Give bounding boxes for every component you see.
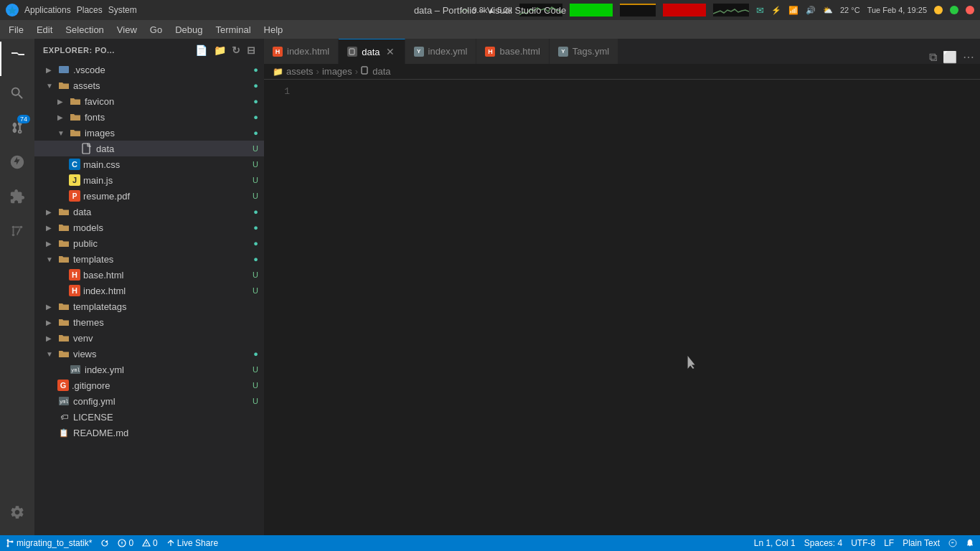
tree-item-main-css[interactable]: ▶ C main.css U (34, 156, 264, 172)
editor-text[interactable] (298, 85, 980, 529)
mail-icon[interactable]: ✉ (756, 5, 764, 16)
tab-base-html[interactable]: H base.html (476, 39, 549, 64)
pdf-file-icon: P (69, 190, 80, 202)
tree-item-data-folder[interactable]: ▶ data ● (34, 204, 264, 220)
data-file-label: data (96, 143, 253, 154)
tree-item-models[interactable]: ▶ models ● (34, 220, 264, 235)
main-js-label: main.js (83, 175, 253, 186)
tree-item-views[interactable]: ▼ views ● (34, 346, 264, 362)
tree-item-readme[interactable]: ▶ 📋 README.md (34, 425, 264, 441)
green-block (570, 4, 613, 17)
arrow-venv: ▶ (46, 334, 57, 342)
minimize-button[interactable] (934, 6, 943, 14)
split-editor-icon[interactable]: ⧉ (929, 51, 937, 64)
position-item[interactable]: Ln 1, Col 1 (754, 538, 796, 548)
close-button[interactable] (966, 6, 974, 14)
venv-label: venv (73, 333, 264, 344)
tab-label-index-yml: index.yml (428, 46, 468, 57)
tab-tags-yml[interactable]: Y Tags.yml (550, 39, 618, 64)
activity-extensions[interactable] (0, 179, 34, 214)
menu-go[interactable]: Go (144, 23, 168, 37)
activity-settings[interactable] (0, 495, 34, 529)
encoding-item[interactable]: UTF-8 (851, 538, 875, 548)
breadcrumb-images[interactable]: images (322, 66, 352, 77)
tree-item-themes[interactable]: ▶ themes (34, 314, 264, 330)
new-file-icon[interactable]: 📄 (195, 44, 208, 56)
activity-explorer[interactable] (0, 42, 34, 76)
breadcrumb-assets[interactable]: assets (286, 66, 314, 77)
more-actions-icon[interactable]: ⋯ (963, 50, 974, 64)
tab-data[interactable]: data ✕ (339, 39, 405, 64)
bell-icon-item[interactable] (966, 539, 974, 547)
menu-help[interactable]: Help (258, 23, 289, 37)
tree-item-license[interactable]: ▶ 🏷 LICENSE (34, 409, 264, 425)
tree-item-assets[interactable]: ▼ assets ● (34, 77, 264, 93)
fonts-folder-icon (69, 110, 82, 123)
arch-linux-icon[interactable] (6, 4, 19, 17)
toggle-panel-icon[interactable]: ⬜ (943, 50, 957, 64)
tree-item-favicon[interactable]: ▶ favicon ● (34, 93, 264, 109)
tab-index-yml[interactable]: Y index.yml (405, 39, 477, 64)
system-menu[interactable]: System (108, 5, 137, 15)
new-folder-icon[interactable]: 📁 (214, 44, 227, 56)
config-yml-icon: yml (57, 395, 70, 408)
window-title: data – Portfolio – Visual Studio Code (414, 5, 566, 16)
tab-icon-tags-yml: Y (558, 47, 568, 57)
tree-item-gitignore[interactable]: ▶ G .gitignore U (34, 377, 264, 393)
data-folder-icon (57, 205, 70, 218)
svg-point-0 (14, 123, 17, 126)
menu-file[interactable]: File (3, 23, 29, 37)
arrow-images: ▼ (57, 129, 69, 137)
editor-content[interactable]: 1 (264, 80, 980, 535)
tree-item-resume[interactable]: ▶ P resume.pdf U (34, 188, 264, 204)
menu-view[interactable]: View (111, 23, 143, 37)
activity-source-control[interactable]: 74 (0, 110, 34, 145)
applications-menu[interactable]: Applications (24, 5, 71, 15)
tree-item-data-file[interactable]: ▶ data U (34, 141, 264, 156)
tree-item-venv[interactable]: ▶ venv (34, 330, 264, 346)
public-dot: ● (253, 239, 258, 248)
git-branch[interactable]: migrating_to_statik* (6, 538, 92, 548)
menu-edit[interactable]: Edit (31, 23, 58, 37)
index-yml-status: U (253, 365, 258, 374)
places-menu[interactable]: Places (77, 5, 103, 15)
tree-item-fonts[interactable]: ▶ fonts ● (34, 109, 264, 125)
tree-item-main-js[interactable]: ▶ J main.js U (34, 172, 264, 188)
tab-close-data[interactable]: ✕ (385, 46, 396, 57)
tree-item-index-yml[interactable]: ▶ yml index.yml U (34, 362, 264, 377)
menu-selection[interactable]: Selection (60, 23, 109, 37)
tree-item-index-html[interactable]: ▶ H index.html U (34, 283, 264, 298)
assets-label: assets (73, 80, 253, 91)
spaces-item[interactable]: Spaces: 4 (804, 538, 842, 548)
tree-item-images[interactable]: ▼ images ● (34, 125, 264, 141)
errors-item[interactable]: 0 (118, 538, 133, 548)
collapse-all-icon[interactable]: ⊟ (247, 44, 256, 56)
activity-git-graph[interactable] (0, 214, 34, 248)
arrow-favicon: ▶ (57, 98, 69, 105)
tree-item-templatetags[interactable]: ▶ templatetags (34, 298, 264, 314)
tab-index-html[interactable]: H index.html (264, 39, 339, 64)
error-icon (118, 539, 126, 547)
refresh-icon[interactable]: ↻ (232, 44, 241, 56)
tree-item-base-html[interactable]: ▶ H base.html U (34, 267, 264, 283)
base-html-status: U (253, 270, 258, 279)
feedback-icon-item[interactable] (948, 539, 957, 547)
activity-search[interactable] (0, 76, 34, 110)
arrow-assets: ▼ (46, 82, 57, 90)
sync-icon-item[interactable] (100, 539, 109, 547)
tree-item-templates[interactable]: ▼ templates ● (34, 251, 264, 267)
warnings-item[interactable]: 0 (142, 538, 158, 548)
tree-item-public[interactable]: ▶ public ● (34, 235, 264, 251)
live-share-item[interactable]: Live Share (166, 538, 218, 548)
activity-debug[interactable] (0, 145, 34, 179)
tree-item-vscode[interactable]: ▶ .vscode ● (34, 62, 264, 77)
maximize-button[interactable] (950, 6, 958, 14)
menu-terminal[interactable]: Terminal (209, 23, 256, 37)
favicon-dot: ● (253, 97, 258, 105)
line-ending-item[interactable]: LF (884, 538, 894, 548)
menu-debug[interactable]: Debug (169, 23, 208, 37)
breadcrumb-data[interactable]: data (372, 66, 390, 77)
source-control-badge: 74 (17, 115, 30, 123)
tree-item-config-yml[interactable]: ▶ yml config.yml U (34, 393, 264, 409)
language-item[interactable]: Plain Text (903, 538, 940, 548)
